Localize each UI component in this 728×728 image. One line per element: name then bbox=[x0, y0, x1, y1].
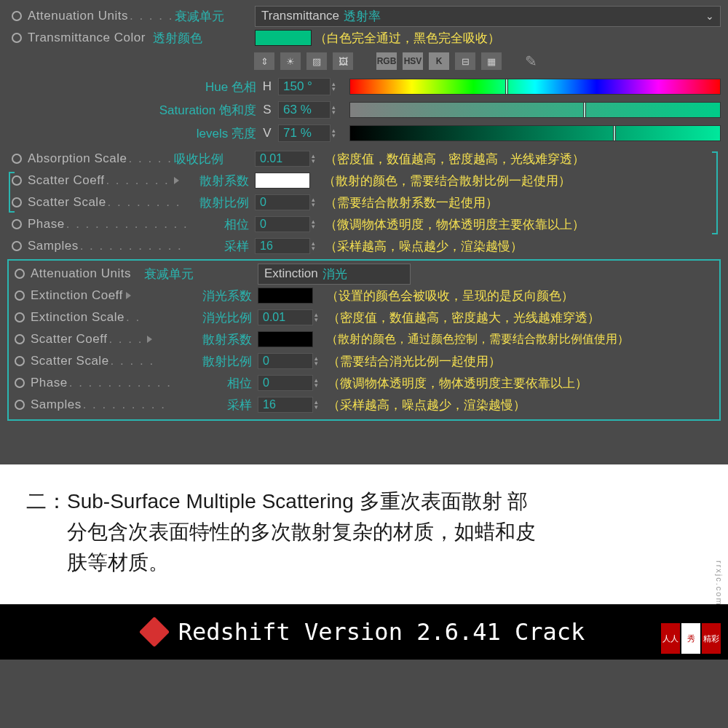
absorption-scale-input[interactable]: 0.01 bbox=[255, 151, 310, 167]
color-toolbar: ⇕ ☀ ▨ 🖼 RGB HSV K ⊟ ▦ ✎ bbox=[254, 52, 721, 70]
gradient-icon[interactable]: ▨ bbox=[306, 52, 327, 70]
scatter-coeff-2-swatch[interactable] bbox=[258, 331, 313, 347]
description-section: 二：Sub-Surface Multiple Scattering 多重次表面散… bbox=[0, 464, 728, 604]
radio-scatter-coeff-2[interactable] bbox=[15, 334, 25, 344]
radio-transmittance-color[interactable] bbox=[12, 33, 22, 43]
expand-icon[interactable] bbox=[174, 177, 179, 184]
radio-phase-2[interactable] bbox=[15, 378, 25, 388]
levels-spinner[interactable]: ▴▾ bbox=[332, 128, 342, 138]
hint-transmittance: （白色完全通过，黑色完全吸收） bbox=[314, 30, 500, 47]
arrows-icon[interactable]: ⇕ bbox=[254, 52, 274, 70]
dropdown-attenuation-units[interactable]: Transmittance 透射率 ⌄ bbox=[255, 6, 721, 27]
levels-input[interactable]: 71 % bbox=[278, 124, 331, 142]
grid-icon[interactable]: ▦ bbox=[481, 52, 502, 70]
extinction-scale-input[interactable]: 0.01 bbox=[258, 309, 313, 325]
radio-scatter-coeff[interactable] bbox=[12, 175, 22, 186]
radio-extinction-scale[interactable] bbox=[15, 312, 25, 323]
chevron-down-icon: ⌄ bbox=[705, 10, 714, 22]
expand-icon[interactable] bbox=[126, 292, 131, 299]
pencil-icon[interactable]: ✎ bbox=[525, 52, 537, 70]
saturation-input[interactable]: 63 % bbox=[278, 101, 331, 119]
redshift-logo-icon bbox=[138, 617, 169, 647]
radio-phase[interactable] bbox=[12, 219, 22, 229]
extinction-group: Attenuation Units 衰减单元 Extinction 消光 Ext… bbox=[7, 259, 721, 421]
hue-slider[interactable] bbox=[349, 79, 721, 95]
label-transmittance-color: Transmittance Color bbox=[28, 31, 146, 45]
hue-label: Hue 色相 bbox=[7, 79, 256, 95]
levels-slider[interactable] bbox=[349, 125, 721, 141]
samples-input[interactable]: 16 bbox=[255, 238, 310, 254]
sun-icon[interactable]: ☀ bbox=[280, 52, 301, 70]
radio-absorption-scale[interactable] bbox=[12, 154, 22, 164]
saturation-spinner[interactable]: ▴▾ bbox=[332, 105, 342, 115]
scatter-coeff-swatch[interactable] bbox=[255, 173, 310, 189]
radio-samples-2[interactable] bbox=[15, 400, 25, 410]
dropdown-extinction[interactable]: Extinction 消光 bbox=[258, 264, 411, 285]
image-icon[interactable]: 🖼 bbox=[333, 52, 353, 70]
extinction-coeff-swatch[interactable] bbox=[258, 288, 313, 304]
description-text: 二：Sub-Surface Multiple Scattering 多重次表面散… bbox=[26, 486, 702, 578]
hue-input[interactable]: 150 ° bbox=[278, 78, 331, 95]
phase-input[interactable]: 0 bbox=[255, 216, 310, 232]
saturation-label: Saturation 饱和度 bbox=[7, 102, 256, 119]
hsv-button[interactable]: HSV bbox=[403, 52, 423, 70]
scatter-scale-2-input[interactable]: 0 bbox=[258, 353, 313, 369]
label-attenuation-units: Attenuation Units bbox=[28, 9, 128, 23]
saturation-slider[interactable] bbox=[349, 102, 721, 118]
hue-spinner[interactable]: ▴▾ bbox=[332, 82, 342, 92]
radio-attenuation-units[interactable] bbox=[12, 11, 22, 21]
k-button[interactable]: K bbox=[429, 52, 449, 70]
radio-scatter-scale-2[interactable] bbox=[15, 356, 25, 366]
transmittance-color-swatch[interactable] bbox=[255, 30, 312, 46]
expand-icon[interactable] bbox=[147, 336, 152, 343]
footer: Redshift Version 2.6.41 Crack 人人 秀 精彩 bbox=[0, 604, 728, 660]
scatter-scale-input[interactable]: 0 bbox=[255, 194, 310, 210]
radio-extinction-coeff[interactable] bbox=[15, 290, 25, 301]
radio-scatter-scale[interactable] bbox=[12, 197, 22, 207]
footer-title: Redshift Version 2.6.41 Crack bbox=[178, 618, 585, 646]
rgb-button[interactable]: RGB bbox=[376, 52, 397, 70]
phase-2-input[interactable]: 0 bbox=[258, 375, 313, 391]
levels-label: levels 亮度 bbox=[7, 125, 256, 142]
radio-samples[interactable] bbox=[12, 241, 22, 251]
label-attenuation-units-cn: 衰减单元 bbox=[175, 8, 224, 25]
label-transmittance-color-cn: 透射颜色 bbox=[153, 30, 202, 47]
slider-icon[interactable]: ⊟ bbox=[455, 52, 475, 70]
samples-2-input[interactable]: 16 bbox=[258, 397, 313, 413]
radio-attenuation-units-2[interactable] bbox=[15, 269, 25, 279]
watermark-badge: 人人 秀 精彩 bbox=[661, 623, 721, 654]
